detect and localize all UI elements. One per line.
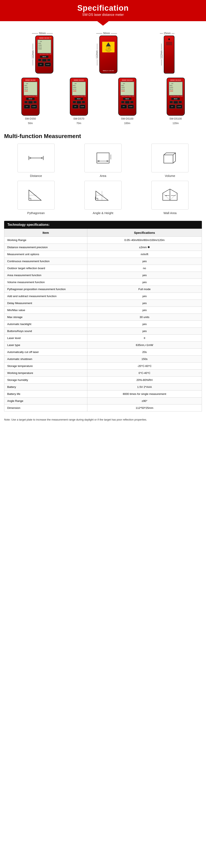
func-item-angle-height: Angle & Height [71, 181, 135, 215]
specs-table: Item Specifications Working Range0.05~40… [4, 229, 202, 411]
table-row: Working Range0.05~40m/60m/80m/100m/120m [4, 237, 202, 244]
device-screen: ← 250 0663 15663 28716 59998 [37, 39, 51, 54]
note-section: Note: Use a target plate to increase the… [0, 415, 206, 426]
width-annotation-back: 50mm [96, 32, 117, 35]
screen-sw-ds120: ← 250 0663 15663 28716 19998 [169, 82, 183, 96]
spec-item-9: Delay Measurement [4, 300, 87, 307]
device-btn-1 [38, 59, 42, 61]
spec-item-4: Outdoor target reflection board [4, 265, 87, 272]
spec-value-23: ±90° [87, 398, 202, 405]
func-label-area: Area [100, 174, 106, 178]
spec-item-11: Max storage [4, 314, 87, 321]
func-label-distance: Distance [30, 174, 42, 178]
table-row: Buttons/Keys soundyes [4, 328, 202, 335]
spec-value-8: yes [87, 293, 202, 300]
laser-warning-label: P < 1mWλ = 635nmClass II LaserProduct [102, 42, 114, 52]
spec-item-5: Area measurement function [4, 272, 87, 279]
page-title: Specification [2, 4, 204, 12]
spec-value-15: 635nm,<1mW [87, 342, 202, 349]
table-row: Automatic backlightyes [4, 321, 202, 328]
func-item-volume: Volume [138, 144, 202, 178]
func-icon-pythagorean [18, 181, 55, 210]
clear-btn-s: CLEAR [31, 104, 37, 109]
func-icon-angle-height [84, 181, 122, 210]
spec-item-20: Storage humidity [4, 377, 87, 383]
product-variant-sw-ds100: SNDWAY SW-DS100 ← 250 0663 15663 28716 1… [118, 78, 136, 125]
func-item-wall-area: Wall Area [138, 181, 202, 215]
func-label-volume: Volume [165, 174, 175, 178]
table-row: Working temperature0°C-40°C [4, 370, 202, 377]
spec-value-20: 20%-80%RH [87, 377, 202, 383]
spec-item-12: Automatic backlight [4, 321, 87, 328]
header-subtitle: SW-DS laser distance meter [2, 13, 204, 17]
func-item-distance: Distance [4, 144, 68, 178]
laser-dot-icon [50, 37, 51, 39]
clear-btn: CLEAR [45, 62, 51, 67]
spec-item-6: Volume measurement function [4, 279, 87, 286]
variant-label-sw-ds100b: SW-DS100 [170, 117, 182, 120]
variant-label-sw-ds50: SW-DS50 [25, 117, 36, 120]
svg-rect-5 [97, 153, 109, 163]
svg-marker-7 [97, 160, 99, 162]
spec-value-16: 20s [87, 349, 202, 355]
spec-item-2: Measurement unit options [4, 251, 87, 258]
spec-item-21: Battery [4, 383, 87, 391]
table-row: Storage humidity20%-80%RH [4, 377, 202, 383]
spec-value-7: Full mode [87, 286, 202, 293]
spec-value-5: yes [87, 272, 202, 279]
height-annotation-front: 112mm [31, 43, 34, 65]
spec-item-19: Working temperature [4, 370, 87, 377]
side-lens-icon [168, 38, 170, 40]
func-icon-distance [18, 144, 55, 173]
device-btn-2 [42, 59, 47, 62]
btn-s3 [33, 101, 37, 103]
table-row: Laser type635nm,<1mW [4, 342, 202, 349]
svg-marker-22 [165, 195, 166, 196]
spec-value-0: 0.05~40m/60m/80m/100m/120m [87, 237, 202, 244]
spec-value-14: II [87, 335, 202, 342]
func-item-pythagorean: Pythagorean [4, 181, 68, 215]
spec-item-1: Distance measurement precision [4, 244, 87, 251]
function-grid: Distance Area [4, 144, 202, 215]
chevron-divider [0, 21, 206, 26]
product-section: 50mm 112mm SNDWAY SW-DS50 ← 250 0663 156… [0, 26, 206, 129]
product-variant-sw-ds70: SNDWAY SW-DS70 ← 250 0663 15663 28716 19… [70, 78, 88, 125]
svg-rect-10 [164, 155, 173, 163]
func-icon-volume [151, 144, 188, 173]
product-variants: SNDWAY SW-DS50 ← 250 0663 15663 28716 19… [4, 73, 202, 125]
wall-area-svg-icon [160, 187, 180, 204]
table-row: Battery life8000 times for single measur… [4, 391, 202, 398]
table-row: Area measurement functionyes [4, 272, 202, 279]
screen-sw-ds70: ← 250 0663 15663 28716 19998 [72, 82, 86, 96]
specs-header: Technology specifications: [4, 221, 202, 229]
spec-item-18: Storage temperature [4, 363, 87, 370]
multifunction-section: Multi-function Measurement Distance [0, 129, 206, 219]
distance-svg-icon [26, 150, 46, 166]
table-row: Outdoor target reflection boardno [4, 265, 202, 272]
spec-value-10: yes [87, 307, 202, 314]
svg-marker-4 [41, 157, 43, 159]
spec-value-3: yes [87, 258, 202, 265]
height-annotation-back: 112mm [96, 43, 99, 65]
table-row: Angle Range±90° [4, 398, 202, 405]
header-section: Specification SW-DS laser distance meter [0, 0, 206, 21]
off-btn: OFF [38, 62, 44, 67]
table-row: Storage temperature-20°C-60°C [4, 363, 202, 370]
spec-value-6: yes [87, 279, 202, 286]
spec-item-22: Battery life [4, 391, 87, 398]
btn-s2 [28, 101, 33, 104]
screen-sw-ds50: ← 250 0663 15663 28716 19998 [24, 82, 37, 96]
variant-range-sw-ds120: 120m [173, 122, 179, 125]
col-header-item: Item [4, 229, 87, 237]
table-row: Continuous measurement functionyes [4, 258, 202, 265]
table-row: Battery1.5V 2*AAA [4, 383, 202, 391]
spec-value-12: yes [87, 321, 202, 328]
func-label-pythagorean: Pythagorean [27, 211, 45, 215]
device-image-side [164, 35, 175, 73]
spec-item-8: Add and subtract measurement function [4, 293, 87, 300]
spec-item-23: Angle Range [4, 398, 87, 405]
svg-marker-8 [107, 160, 109, 162]
screen-sw-ds100: ← 250 0663 15663 28716 19998 [120, 82, 134, 96]
width-annotation-side: 25mm [160, 32, 175, 35]
pythagorean-svg-icon [26, 187, 46, 204]
